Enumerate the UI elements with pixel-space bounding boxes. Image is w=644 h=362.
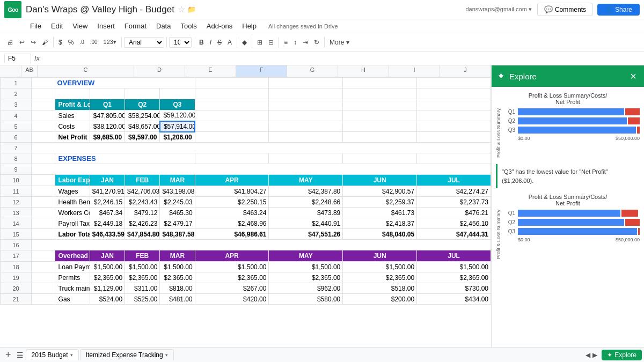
format-number-button[interactable]: 123▾: [101, 37, 119, 47]
q1-header[interactable]: Q1: [90, 99, 125, 110]
table-row: 1 OVERVIEW: [1, 78, 491, 88]
col-d[interactable]: D: [134, 65, 185, 77]
cell-ab1[interactable]: [32, 78, 55, 88]
align-button[interactable]: ≡: [281, 37, 290, 48]
costs-q2[interactable]: $48,657.00: [125, 121, 160, 132]
row-num: 5: [1, 121, 32, 132]
add-sheet-button[interactable]: +: [2, 349, 14, 360]
q3-header[interactable]: Q3: [160, 99, 195, 110]
valign-button[interactable]: ↕: [291, 37, 299, 48]
labor-header[interactable]: Labor Expenses: [55, 175, 90, 186]
costs-q3[interactable]: $57,914.00: [160, 121, 195, 132]
decimal-less-button[interactable]: .0: [77, 38, 86, 47]
merge-cells-button[interactable]: ⊟: [266, 37, 276, 48]
chart-2-row-q3: Q3: [503, 228, 640, 235]
menu-addons[interactable]: Add-ons: [202, 21, 237, 31]
font-size-select[interactable]: 10: [169, 37, 192, 48]
paint-format-button[interactable]: 🖌: [39, 37, 51, 48]
q2-header[interactable]: Q2: [125, 99, 160, 110]
row-num: 3: [1, 99, 32, 110]
row-num: 4: [1, 110, 32, 121]
share-button[interactable]: 👤 Share: [597, 4, 640, 16]
net-profit-q1[interactable]: $9,685.00: [90, 132, 125, 143]
sales-label[interactable]: Sales: [55, 110, 90, 121]
net-profit-q3[interactable]: $1,206.00: [160, 132, 195, 143]
wrap-button[interactable]: ⇥: [300, 37, 311, 48]
col-ab[interactable]: AB: [21, 65, 38, 77]
sheet-tab-itemized-dropdown[interactable]: ▾: [165, 352, 168, 358]
spreadsheet: AB C D E F G H I J 1 OVERVIEW: [0, 65, 491, 347]
toolbar-separator-7: [279, 37, 279, 48]
fx-label: fx: [34, 54, 40, 62]
explore-bottom-button[interactable]: ✦ Explore: [602, 350, 642, 360]
cell-reference-input[interactable]: [4, 54, 31, 63]
formula-input[interactable]: [43, 55, 640, 62]
table-row: 2: [1, 88, 491, 99]
sheet-tab-budget[interactable]: 2015 Budget ▾: [26, 349, 79, 360]
table-row: 17 Overhead Expenses JAN FEB MAR APR MAY…: [1, 250, 491, 262]
sheet-tab-budget-dropdown[interactable]: ▾: [70, 352, 73, 358]
grid[interactable]: 1 OVERVIEW 2: [0, 77, 491, 347]
menu-file[interactable]: File: [26, 21, 46, 31]
pl-summary-header[interactable]: Profit & Loss Summary: [55, 99, 90, 110]
sheets-menu-button[interactable]: ☰: [14, 351, 26, 359]
net-profit-label[interactable]: Net Profit: [55, 132, 90, 143]
menu-data[interactable]: Data: [152, 21, 175, 31]
borders-button[interactable]: ⊞: [254, 37, 265, 48]
menu-view[interactable]: View: [68, 21, 92, 31]
table-row: 19 Permits $2,365.00 $2,365.00 $2,365.00…: [1, 272, 491, 283]
col-f[interactable]: F: [236, 65, 287, 77]
user-email: danswraps@gmail.com ▾: [465, 6, 532, 13]
col-g[interactable]: G: [287, 65, 338, 77]
menu-tools[interactable]: Tools: [176, 21, 201, 31]
cell-c1[interactable]: OVERVIEW: [55, 78, 195, 88]
redo-button[interactable]: ↪: [28, 37, 39, 48]
decimal-more-button[interactable]: .00: [87, 38, 100, 47]
percent-button[interactable]: %: [65, 37, 77, 48]
comments-button[interactable]: 💬 Comments: [537, 3, 593, 16]
net-profit-q2[interactable]: $9,597.00: [125, 132, 160, 143]
menu-edit[interactable]: Edit: [47, 21, 67, 31]
menu-format[interactable]: Format: [120, 21, 151, 31]
strikethrough-button[interactable]: S: [215, 37, 224, 48]
col-h[interactable]: H: [338, 65, 389, 77]
expenses-heading[interactable]: EXPENSES: [55, 153, 195, 164]
row-num: 14: [1, 218, 32, 229]
col-e[interactable]: E: [185, 65, 236, 77]
chart-1-row-q3: Q3: [503, 127, 640, 134]
currency-button[interactable]: $: [56, 37, 65, 48]
top-bar: Goo Dan's Wraps @ Valley High - Budget ☆…: [0, 0, 644, 19]
sales-q3[interactable]: $59,120.00: [160, 110, 195, 121]
chart-2-title: Profit & Loss Summary/Costs/Net Profit: [496, 194, 640, 206]
print-button[interactable]: 🖨: [4, 37, 16, 48]
sales-q1[interactable]: $47,805.00: [90, 110, 125, 121]
sheet-tab-itemized[interactable]: Itemized Expense Tracking ▾: [80, 349, 174, 360]
font-family-select[interactable]: Arial: [124, 37, 164, 48]
row-num: 18: [1, 262, 32, 272]
explore-close-button[interactable]: ×: [628, 70, 639, 83]
bold-button[interactable]: B: [196, 37, 207, 48]
scroll-left-icon[interactable]: ◀: [586, 351, 590, 359]
menu-help[interactable]: Help: [238, 21, 261, 31]
star-icon[interactable]: ☆: [178, 4, 185, 14]
costs-label[interactable]: Costs: [55, 121, 90, 132]
row-num: 9: [1, 164, 32, 175]
col-j[interactable]: J: [440, 65, 491, 77]
undo-button[interactable]: ↩: [17, 37, 27, 48]
menu-insert[interactable]: Insert: [93, 21, 119, 31]
col-c[interactable]: C: [38, 65, 134, 77]
scroll-right-icon[interactable]: ▶: [592, 351, 597, 359]
more-button[interactable]: More ▾: [327, 37, 352, 48]
chart-1-x-end: $50,000.00: [616, 136, 640, 141]
costs-q1[interactable]: $38,120.00: [90, 121, 125, 132]
text-color-button[interactable]: A: [225, 37, 235, 48]
folder-icon[interactable]: 📁: [187, 5, 196, 13]
overhead-header[interactable]: Overhead Expenses: [55, 250, 90, 262]
row-num: 21: [1, 294, 32, 305]
rotate-button[interactable]: ↻: [311, 37, 322, 48]
sales-q2[interactable]: $58,254.00: [125, 110, 160, 121]
table-row: 7: [1, 143, 491, 153]
italic-button[interactable]: I: [207, 37, 214, 48]
fill-color-button[interactable]: ◆: [239, 37, 250, 48]
col-i[interactable]: I: [389, 65, 440, 77]
